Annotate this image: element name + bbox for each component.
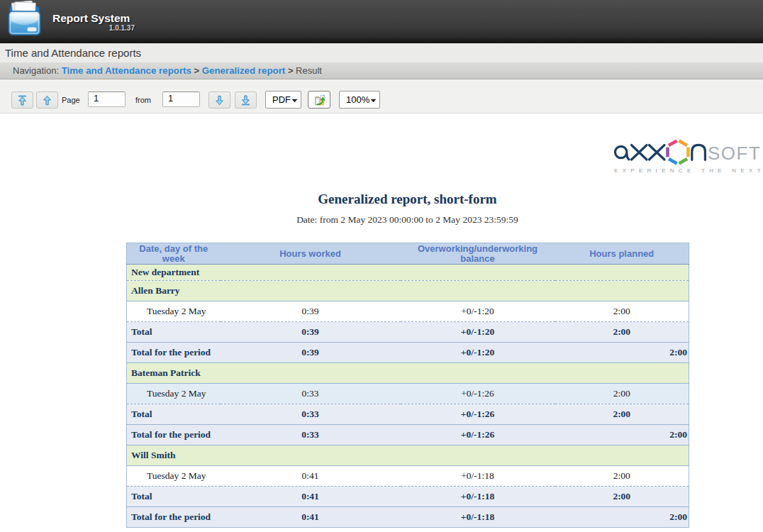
svg-text:EXPERIENCE THE NEXT’: EXPERIENCE THE NEXT’ [614, 167, 763, 174]
svg-text:SOFT: SOFT [708, 143, 761, 164]
